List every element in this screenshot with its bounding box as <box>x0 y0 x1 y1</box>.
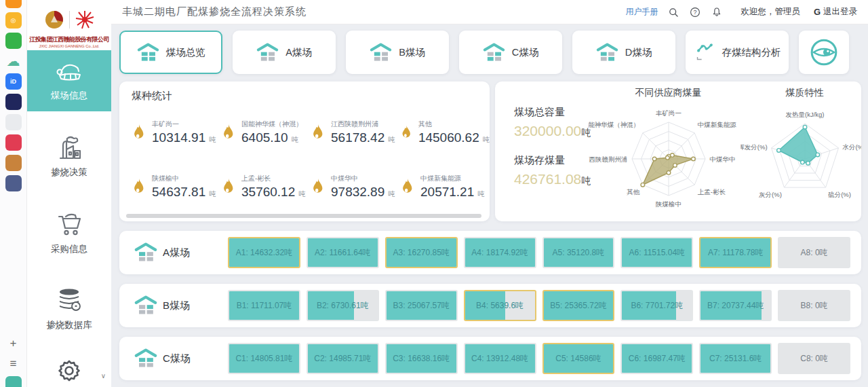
yard-cell-b2[interactable]: B2: 6730.61吨 <box>307 290 379 321</box>
flame-icon <box>311 124 326 141</box>
structure-chart-icon <box>694 43 715 62</box>
yard-cell-b3[interactable]: B3: 25067.57吨 <box>385 290 458 321</box>
house-icon <box>134 295 157 316</box>
coal-value: 56178.42 吨 <box>331 130 395 145</box>
house-icon <box>256 43 279 62</box>
svg-text:丰矿尚一: 丰矿尚一 <box>656 109 682 117</box>
yard-cell-a2[interactable]: A2: 11661.64吨 <box>307 237 379 268</box>
tab-yard-d[interactable]: D煤场 <box>572 31 675 74</box>
yard-cell-b6[interactable]: B6: 7701.72吨 <box>620 290 693 321</box>
house-icon <box>483 43 505 62</box>
coal-stat-item: 国能神华煤（神混） 6405.10 吨 <box>221 105 311 160</box>
coal-value: 145060.62 吨 <box>418 130 490 145</box>
company-logo-circle <box>44 10 64 30</box>
dock-grey-app-icon[interactable] <box>5 114 22 130</box>
yard-cell-c8[interactable]: C8: 0吨 <box>778 343 850 374</box>
coal-value: 10314.91 吨 <box>152 130 216 145</box>
svg-text:发热量(kJ/kg): 发热量(kJ/kg) <box>785 111 824 118</box>
dock-game2-app-icon[interactable] <box>5 175 22 191</box>
yard-cell-c7[interactable]: C7: 25131.6吨 <box>699 343 772 374</box>
coal-name: 江西陕赣荆州浦 <box>331 119 395 129</box>
yard-cell-c4[interactable]: C4: 13912.48吨 <box>464 343 536 374</box>
search-icon[interactable] <box>667 6 679 18</box>
yard-cell-c1[interactable]: C1: 14805.81吨 <box>228 343 300 374</box>
top-header: 丰城二期电厂配煤掺烧全流程决策系统 用户手册 ? 欢迎您，管理员 G 退出登录 <box>111 0 868 24</box>
eye-icon <box>810 38 838 67</box>
coal-value: 54637.81 吨 <box>152 185 216 200</box>
horizontal-scrollbar[interactable] <box>126 214 481 218</box>
tab-label: 存煤结构分析 <box>722 46 781 59</box>
yard-cell-c2[interactable]: C2: 14985.71吨 <box>307 343 379 374</box>
quality-chart-title: 煤质特性 <box>786 87 824 99</box>
flame-icon <box>221 178 236 196</box>
dock-menu-button[interactable]: ≡ <box>10 356 17 372</box>
svg-text:?: ? <box>694 9 697 16</box>
logout-label: 退出登录 <box>823 6 857 18</box>
dock-game1-app-icon[interactable] <box>5 155 22 171</box>
tab-label: A煤场 <box>285 46 312 59</box>
notification-bell-icon[interactable] <box>711 6 723 18</box>
supplier-quality-panel: 煤场总容量 320000.00吨 煤场存煤量 426761.08吨 不同供应商煤… <box>495 81 861 221</box>
welcome-user-text: 欢迎您，管理员 <box>741 6 800 18</box>
sidebar-menu: 煤场信息 掺烧决策 <box>27 50 111 387</box>
coal-value: 97832.89 吨 <box>331 185 395 200</box>
yard-cell-a8[interactable]: A8: 0吨 <box>778 237 850 268</box>
dock-id-app-icon[interactable]: iD <box>5 73 22 90</box>
yard-cell-a6[interactable]: A6: 11515.04吨 <box>620 237 693 268</box>
tab-yard-overview[interactable]: 煤场总览 <box>119 31 222 74</box>
tab-yard-b[interactable]: B煤场 <box>346 31 449 74</box>
yard-cell-a3[interactable]: A3: 16270.85吨 <box>385 237 458 268</box>
yard-cell-a1[interactable]: A1: 14632.32吨 <box>228 237 300 268</box>
dock-green-app-icon[interactable] <box>5 33 22 49</box>
yard-a-row: A煤场 A1: 14632.32吨 A2: 11661.64吨 A3: 1627… <box>119 231 861 274</box>
sidebar-item-blending-decision[interactable]: 掺烧决策 <box>27 126 111 187</box>
svg-text:中煤新集能源: 中煤新集能源 <box>698 121 737 128</box>
yard-cell-b7[interactable]: B7: 20737.44吨 <box>699 290 772 321</box>
dock-cloud-app-icon[interactable]: ☁ <box>5 53 22 69</box>
help-icon[interactable]: ? <box>689 6 701 18</box>
dock-add-button[interactable]: + <box>10 335 17 352</box>
yard-cell-b5[interactable]: B5: 25365.72吨 <box>542 290 615 321</box>
dock-weibo-app-icon[interactable]: ◎ <box>5 12 22 29</box>
sidebar-item-purchase-info[interactable]: 采购信息 <box>27 202 111 263</box>
tab-yard-c[interactable]: C煤场 <box>459 31 562 74</box>
sidebar: 江投集团江西赣能股份有限公司 JXIC JIANGXI GANNENG Co.,… <box>27 0 111 387</box>
coal-value: 35760.12 吨 <box>241 185 306 200</box>
coal-stat-item: 丰矿尚一 10314.91 吨 <box>132 105 221 160</box>
radar-chart-suppliers: 丰矿尚一中煤新集能源中煤华中上孟-彬长陕煤榆中其他江西陕赣荆州浦国能神华煤（神混… <box>589 99 748 216</box>
logout-button[interactable]: G 退出登录 <box>814 6 857 18</box>
user-manual-link[interactable]: 用户手册 <box>625 6 658 18</box>
dock-navy-app-icon[interactable] <box>5 94 22 110</box>
dock-red-app-icon[interactable] <box>5 134 22 151</box>
svg-text:灰分(%): 灰分(%) <box>759 191 782 198</box>
yard-cell-b8[interactable]: B8: 0吨 <box>778 290 850 321</box>
dock-orange-app-icon[interactable] <box>5 0 22 8</box>
sidebar-item-label: 煤场信息 <box>51 90 87 102</box>
svg-text:水分(%): 水分(%) <box>842 143 861 151</box>
yard-cell-a4[interactable]: A4: 18174.92吨 <box>464 237 536 268</box>
sidebar-item-coal-yard-info[interactable]: 煤场信息 <box>27 50 111 111</box>
yard-cell-a7[interactable]: A7: 11178.78吨 <box>699 237 772 268</box>
yard-cell-c5[interactable]: C5: 14586吨 <box>542 343 615 374</box>
yard-cell-a5[interactable]: A5: 35120.8吨 <box>542 237 615 268</box>
house-icon <box>134 242 157 263</box>
company-logo-starburst <box>75 10 95 30</box>
yard-cell-c3[interactable]: C3: 16638.16吨 <box>385 343 458 374</box>
yard-c-header: C煤场 <box>134 348 228 369</box>
svg-text:江西陕赣荆州浦: 江西陕赣荆州浦 <box>589 155 628 163</box>
sidebar-item-blending-database[interactable]: 掺烧数据库 <box>27 278 111 339</box>
sidebar-item-system-settings[interactable]: ∨ 系统管理 <box>27 354 111 387</box>
capacity-label: 煤场总容量 <box>514 106 589 119</box>
yard-cell-b4[interactable]: B4: 5639.6吨 <box>464 290 536 321</box>
tab-yard-a[interactable]: A煤场 <box>233 31 336 74</box>
logo-divider <box>69 11 70 29</box>
tab-storage-structure-analysis[interactable]: 存煤结构分析 <box>686 31 789 74</box>
view-toggle-button[interactable] <box>799 31 849 74</box>
yard-cell-c6[interactable]: C6: 16987.47吨 <box>620 343 693 374</box>
chevron-down-icon[interactable]: ∨ <box>101 372 106 380</box>
supplier-radar-chart: 不同供应商煤量 丰矿尚一中煤新集能源中煤华中上孟-彬长陕煤榆中其他江西陕赣荆州浦… <box>589 81 748 221</box>
flame-icon <box>311 178 326 196</box>
yard-cell-b1[interactable]: B1: 11711.07吨 <box>228 290 300 321</box>
coal-stat-item: 上孟-彬长 35760.12 吨 <box>221 160 311 214</box>
dock-teal-app-icon[interactable] <box>5 376 22 387</box>
